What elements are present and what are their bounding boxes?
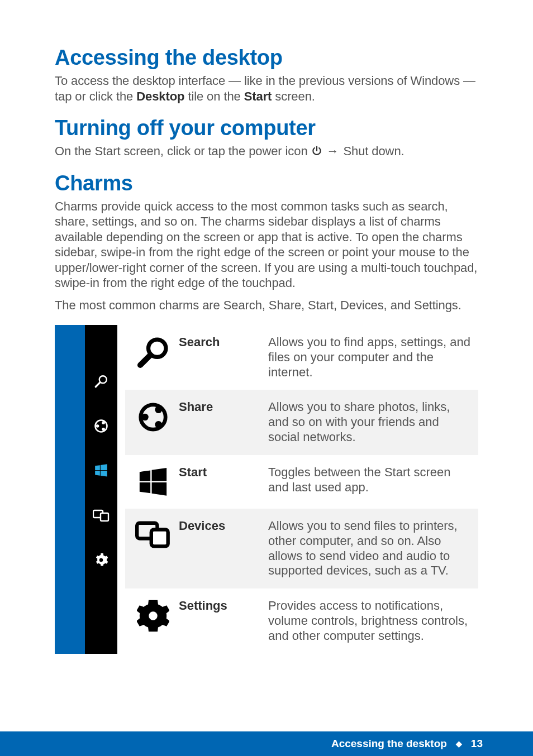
svg-point-12 — [141, 414, 149, 421]
charm-row-start: Start Toggles between the Start screen a… — [125, 455, 478, 509]
charm-desc: Allows you to share photos, links, and s… — [268, 400, 475, 444]
svg-point-5 — [102, 428, 105, 431]
charm-row-settings: Settings Provides access to notification… — [125, 588, 478, 653]
body-charms-1: Charms provide quick access to the most … — [55, 199, 478, 291]
charm-name: Settings — [179, 599, 268, 613]
svg-point-8 — [99, 558, 103, 562]
devices-icon — [93, 507, 110, 524]
heading-accessing: Accessing the desktop — [55, 46, 478, 70]
devices-icon — [127, 519, 179, 549]
charm-row-devices: Devices Allows you to send files to prin… — [125, 509, 478, 588]
start-icon — [93, 462, 110, 479]
text: Shut down. — [340, 144, 404, 158]
body-accessing: To access the desktop interface — like i… — [55, 73, 478, 104]
sidebar-charms-strip — [85, 325, 117, 654]
diamond-icon: ◆ — [456, 739, 462, 748]
charm-name: Start — [179, 465, 268, 480]
svg-point-4 — [102, 421, 105, 424]
sidebar-accent-strip — [55, 325, 85, 654]
bold-start: Start — [244, 89, 272, 103]
charm-name: Share — [179, 400, 268, 414]
charm-name: Search — [179, 335, 268, 350]
svg-point-14 — [155, 421, 162, 428]
footer-page-number: 13 — [471, 738, 483, 750]
arrow-icon: → — [326, 143, 340, 159]
svg-line-1 — [96, 382, 100, 387]
heading-turning-off: Turning off your computer — [55, 116, 478, 140]
start-icon — [127, 465, 179, 499]
settings-icon — [93, 552, 110, 568]
charms-sidebar — [55, 325, 117, 654]
page-footer: Accessing the desktop ◆ 13 — [0, 731, 533, 756]
heading-charms: Charms — [55, 171, 478, 195]
footer-title: Accessing the desktop — [331, 738, 447, 750]
charm-row-share: Share Allows you to share photos, links,… — [125, 390, 478, 454]
charm-desc: Toggles between the Start screen and las… — [268, 465, 475, 495]
body-turning-off: On the Start screen, click or tap the po… — [55, 143, 478, 159]
text: tile on the — [184, 89, 244, 103]
svg-rect-16 — [151, 529, 168, 546]
charm-name: Devices — [179, 519, 268, 533]
svg-point-3 — [96, 424, 99, 428]
bold-desktop: Desktop — [136, 89, 184, 103]
text: screen. — [272, 89, 315, 103]
svg-line-10 — [140, 355, 150, 365]
share-icon — [93, 418, 110, 434]
svg-point-13 — [155, 406, 162, 414]
settings-icon — [127, 599, 179, 632]
svg-rect-7 — [101, 513, 108, 521]
svg-point-17 — [149, 612, 157, 620]
power-icon — [311, 144, 322, 158]
body-charms-2: The most common charms are Search, Share… — [55, 298, 478, 313]
charms-content: Search Allows you to find apps, settings… — [55, 325, 478, 654]
text: On the Start screen, click or tap the po… — [55, 144, 311, 158]
charm-row-search: Search Allows you to find apps, settings… — [125, 325, 478, 390]
search-icon — [93, 373, 110, 390]
share-icon — [127, 400, 179, 433]
charm-desc: Allows you to send files to printers, ot… — [268, 519, 475, 578]
charm-desc: Allows you to find apps, settings, and f… — [268, 335, 475, 380]
charm-desc: Provides access to notifications, volume… — [268, 599, 475, 643]
search-icon — [127, 335, 179, 369]
charms-table: Search Allows you to find apps, settings… — [125, 325, 478, 654]
